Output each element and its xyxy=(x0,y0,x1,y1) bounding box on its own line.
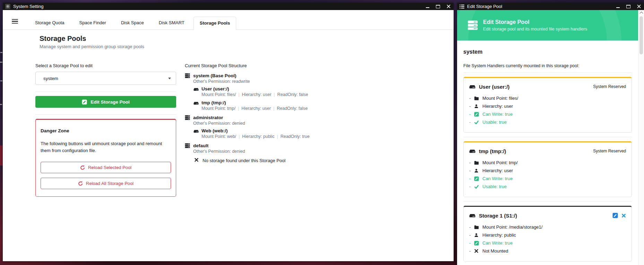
handler-item: -Hierarchy: user xyxy=(469,102,626,110)
no-storage-text: No storage found under this Storage Pool xyxy=(203,158,285,163)
server-icon xyxy=(185,143,190,154)
divider xyxy=(463,72,632,73)
user-icon xyxy=(474,168,482,173)
reload-all-storage-pool-button[interactable]: Reload All Storage Pool xyxy=(41,178,171,189)
storage-name: User (user:/) xyxy=(201,86,308,92)
tab-storage-pools[interactable]: Storage Pools xyxy=(194,17,236,30)
hdd-icon xyxy=(469,83,475,90)
system-setting-titlebar: System Setting xyxy=(3,3,454,10)
scrollbar[interactable] xyxy=(638,10,644,265)
tree-pool-default: default Other's Permission: denied No st… xyxy=(185,143,414,163)
tab-space-finder[interactable]: Space Finder xyxy=(74,17,112,29)
server-icon xyxy=(185,115,190,126)
tree-pool-administrator: administrator Other's Permission: denied… xyxy=(185,115,414,140)
reload-selected-pool-button[interactable]: Reload Selected Pool xyxy=(41,162,171,173)
handler-card-tmp: tmp (tmp:/) System Reserved -Mount Point… xyxy=(463,141,632,197)
chevron-up-icon[interactable] xyxy=(638,10,644,16)
hdd-icon xyxy=(194,100,199,112)
edit-pool-header: Edit Storage Pool Edit storage pool and … xyxy=(457,10,638,41)
hdd-icon xyxy=(469,148,475,154)
desktop: { "glyphs": { "separator": "|", "dash": … xyxy=(0,0,644,265)
close-icon[interactable] xyxy=(443,3,454,10)
hamburger-icon[interactable] xyxy=(12,19,18,24)
edit-pool-body: Edit Storage Pool Edit storage pool and … xyxy=(457,10,644,265)
selected-pool-name: system xyxy=(463,49,638,55)
handler-item: -Not Mounted xyxy=(469,247,626,255)
handler-item: -Can Write: true xyxy=(469,175,626,183)
page-head: Storage Pools Manage system and permissi… xyxy=(40,35,144,49)
divider xyxy=(463,201,632,202)
desktop-edge-fragment xyxy=(0,52,2,53)
minimize-icon[interactable] xyxy=(422,3,433,10)
handler-item: -Mount Point: /media/storage1/ xyxy=(469,223,626,231)
folder-icon xyxy=(474,160,482,165)
handler-card-user: User (user:/) System Reserved -Mount Poi… xyxy=(463,77,632,133)
tree-storage-tmp: tmp (tmp:/) Mount Point: tmp/|Hierarchy:… xyxy=(194,100,414,112)
pool-name: administrator xyxy=(193,115,245,121)
divider xyxy=(463,137,632,137)
storage-pools-page: Storage Pools Manage system and permissi… xyxy=(3,30,454,261)
handler-item: -Hierarchy: public xyxy=(469,231,626,239)
edit-pool-titlebar: Edit Storage Pool xyxy=(457,3,644,10)
handler-item: -Mount Point: tmp/ xyxy=(469,159,626,167)
pool-select[interactable]: system xyxy=(35,72,176,85)
system-setting-window: System Setting Storage Quota Space Finde… xyxy=(3,3,454,261)
x-icon xyxy=(474,249,482,253)
pool-structure-column: Current Storage Pool Structure system (B… xyxy=(185,63,414,166)
user-icon xyxy=(474,233,482,237)
list-icon xyxy=(460,5,464,9)
remove-handler-icon[interactable] xyxy=(621,213,626,218)
pool-permission: Other's Permission: readwrite xyxy=(193,79,250,84)
pool-edit-column: Select a Storage Pool to edit system Edi… xyxy=(35,63,176,197)
minimize-icon[interactable] xyxy=(613,3,623,10)
handlers-description: File System Handlers currently mounted i… xyxy=(463,63,632,68)
pool-name: system (Base Pool) xyxy=(193,73,250,79)
handler-name: tmp (tmp:/) xyxy=(479,148,506,154)
server-icon xyxy=(467,20,478,30)
structure-label: Current Storage Pool Structure xyxy=(185,63,414,68)
handler-item: -Usable: true xyxy=(469,118,626,126)
maximize-icon[interactable] xyxy=(433,3,443,10)
desktop-edge-fragment xyxy=(0,104,2,105)
handler-item: -Can Write: true xyxy=(469,239,626,247)
pool-select-label: Select a Storage Pool to edit xyxy=(35,63,176,68)
close-icon[interactable] xyxy=(634,3,644,10)
edit-handler-icon[interactable] xyxy=(612,213,618,218)
pool-permission: Other's Permission: denied xyxy=(193,149,245,154)
server-icon xyxy=(185,73,190,84)
hdd-icon xyxy=(194,129,199,140)
storage-name: tmp (tmp:/) xyxy=(201,100,308,106)
page-subtitle: Manage system and permission group stora… xyxy=(40,44,144,49)
window-title: Edit Storage Pool xyxy=(467,4,502,9)
edit-icon xyxy=(474,112,482,117)
no-storage-row: No storage found under this Storage Pool xyxy=(194,158,414,163)
storage-name: Web (web:/) xyxy=(201,128,310,134)
folder-icon xyxy=(474,96,482,101)
divider xyxy=(35,91,176,92)
tab-disk-smart[interactable]: Disk SMART xyxy=(153,17,190,29)
tab-disk-space[interactable]: Disk Space xyxy=(115,17,150,29)
hdd-icon xyxy=(469,212,475,219)
page-title: Storage Pools xyxy=(40,35,144,43)
refresh-icon xyxy=(78,181,83,186)
user-icon xyxy=(474,104,482,108)
desktop-edge-fragment xyxy=(0,145,3,166)
check-icon xyxy=(474,184,482,189)
handler-item: -Hierarchy: user xyxy=(469,167,626,175)
scrollbar-thumb[interactable] xyxy=(639,16,643,54)
handler-item: -Can Write: true xyxy=(469,110,626,118)
handler-name: User (user:/) xyxy=(479,84,509,90)
tree-pool-system: system (Base Pool) Other's Permission: r… xyxy=(185,73,414,112)
tree-storage-user: User (user:/) Mount Point: files/|Hierar… xyxy=(194,86,414,98)
maximize-icon[interactable] xyxy=(623,3,634,10)
tab-storage-quota[interactable]: Storage Quota xyxy=(29,17,70,29)
hdd-icon xyxy=(194,87,199,98)
gear-icon xyxy=(5,4,10,9)
header-title: Edit Storage Pool xyxy=(483,19,587,25)
storage-pool-tree: system (Base Pool) Other's Permission: r… xyxy=(185,73,414,163)
edit-storage-pool-button[interactable]: Edit Storage Pool xyxy=(35,96,176,108)
edit-icon xyxy=(474,176,482,181)
edit-storage-pool-window: Edit Storage Pool Edit Storage Pool Edit… xyxy=(457,3,644,265)
system-reserved-badge: System Reserved xyxy=(593,84,626,89)
handler-item: -Mount Point: files/ xyxy=(469,94,626,102)
